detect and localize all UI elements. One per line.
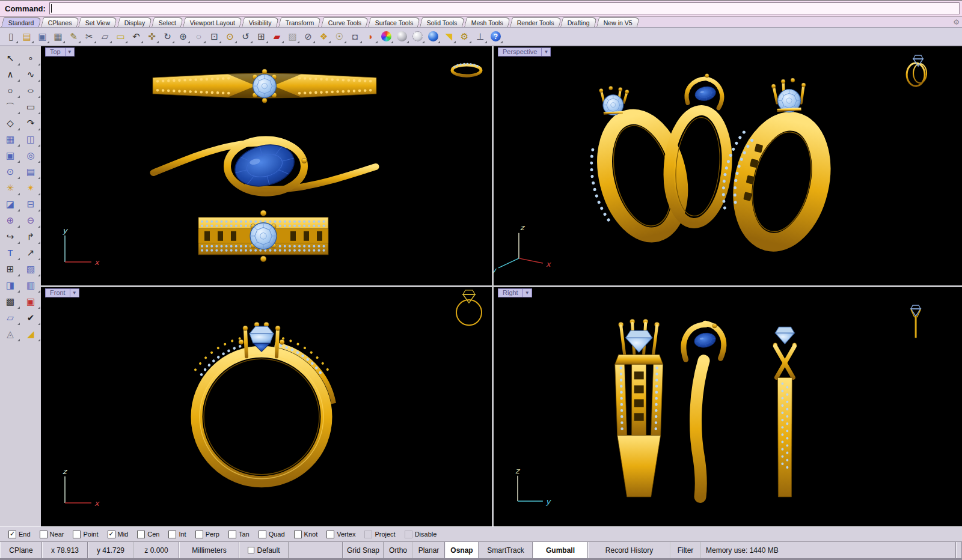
zoom-selected-button[interactable]: ⊙ (222, 29, 237, 44)
viewport-top-canvas[interactable]: y x (41, 46, 492, 285)
check-tool[interactable]: ✔ (20, 309, 41, 326)
selection-filter-button[interactable]: ❖ (316, 29, 331, 44)
tab-surface-tools[interactable]: Surface Tools (368, 17, 420, 27)
tab-options-gear-icon[interactable]: ⚙ (953, 18, 960, 26)
tab-visibility[interactable]: Visibility (242, 17, 279, 27)
rendered-view-button[interactable] (426, 29, 441, 44)
undo-button[interactable]: ↶ (129, 29, 144, 44)
loft-tool[interactable]: ▤ (20, 163, 41, 180)
viewport-perspective-canvas[interactable]: z x y (494, 46, 962, 285)
fillet-corner-tool[interactable]: ↪ (0, 228, 20, 245)
viewport-front-canvas[interactable]: z x (41, 287, 492, 526)
status-record-history[interactable]: Record History (588, 542, 670, 558)
checkbox[interactable] (195, 531, 203, 538)
status-planar[interactable]: Planar (412, 542, 445, 558)
render-flash-button[interactable]: ◥ (441, 29, 456, 44)
circle-tool[interactable]: ○ (0, 82, 20, 99)
ellipse-tool[interactable]: ○ (20, 82, 41, 99)
scale-tool[interactable]: ↗ (20, 245, 41, 261)
viewport-menu-chevron-icon[interactable]: ▼ (542, 47, 551, 56)
status-gumball[interactable]: Gumball (533, 542, 588, 558)
rotate-view-button[interactable]: ↻ (160, 29, 175, 44)
mesh-tool[interactable]: ◬ (0, 326, 20, 342)
split-tool[interactable]: ⊟ (20, 196, 41, 212)
tab-mesh-tools[interactable]: Mesh Tools (464, 17, 510, 27)
tab-new-in-v5[interactable]: New in V5 (596, 17, 640, 27)
osnap-near[interactable]: Near (40, 531, 64, 538)
blend-curve-tool[interactable]: ↷ (20, 115, 41, 131)
cut-button[interactable]: ✂ (82, 29, 97, 44)
color-wheel-button[interactable] (379, 29, 394, 44)
lock-button[interactable]: ◘ (348, 29, 363, 44)
osnap-point[interactable]: Point (73, 531, 98, 538)
ring-tapered-band-top-view[interactable] (153, 69, 376, 103)
hatch-tool[interactable]: ▨ (20, 261, 41, 277)
osnap-mid[interactable]: Mid (108, 531, 129, 538)
viewport-front[interactable]: z x Front ▼ (41, 287, 492, 526)
osnap-perp[interactable]: Perp (195, 531, 219, 538)
status-layer[interactable]: Default (239, 542, 289, 558)
viewport-title-perspective[interactable]: Perspective ▼ (498, 47, 551, 56)
cplane-button[interactable]: ⊘ (301, 29, 316, 44)
mini-ring-object[interactable] (907, 55, 927, 86)
checkbox[interactable] (108, 531, 115, 538)
boolean-difference-tool[interactable]: ⊖ (20, 212, 41, 228)
osnap-end[interactable]: End (8, 531, 31, 538)
material-button[interactable]: ◗ (363, 29, 378, 44)
cage-edit-tool[interactable]: ▦ (0, 131, 20, 147)
viewport-title-top[interactable]: Top ▼ (45, 47, 75, 56)
checkbox[interactable] (405, 531, 412, 538)
viewport-menu-chevron-icon[interactable]: ▼ (523, 288, 532, 297)
osnap-project[interactable]: Project (364, 531, 395, 538)
checkbox[interactable] (326, 531, 334, 538)
ghosted-view-button[interactable] (410, 29, 425, 44)
dimension-button[interactable]: ⊥ (473, 29, 488, 44)
checkbox[interactable] (259, 531, 266, 538)
status-memory[interactable]: Memory use: 1440 MB (700, 542, 956, 558)
osnap-tan[interactable]: Tan (228, 531, 250, 538)
shaded-view-button[interactable] (394, 29, 409, 44)
ring-bypass-oval-top-view[interactable] (153, 139, 376, 192)
array-tool[interactable]: ⊞ (0, 261, 20, 277)
osnap-int[interactable]: Int (168, 531, 186, 538)
options-button[interactable]: ⚙ (457, 29, 472, 44)
tab-render-tools[interactable]: Render Tools (510, 17, 562, 27)
checkbox[interactable] (73, 531, 81, 538)
tab-transform[interactable]: Transform (278, 17, 321, 27)
tab-standard[interactable]: Standard (1, 17, 41, 27)
curve-tool[interactable]: ∿ (20, 66, 41, 82)
sphere-tool[interactable]: ◎ (20, 147, 41, 163)
checkbox[interactable] (364, 531, 372, 538)
new-file-button[interactable]: ▯ (4, 29, 19, 44)
ring-profile-crossover[interactable] (773, 327, 797, 497)
boolean-union-tool[interactable]: ⊕ (0, 212, 20, 228)
copy-button[interactable]: ▱ (97, 29, 112, 44)
checkbox[interactable] (40, 531, 47, 538)
status-ortho[interactable]: Ortho (384, 542, 412, 558)
save-button[interactable]: ▣ (35, 29, 50, 44)
tab-select[interactable]: Select (152, 17, 183, 27)
mini-ring-object[interactable] (911, 305, 921, 338)
tab-cplanes[interactable]: CPlanes (41, 17, 79, 27)
checkbox[interactable] (168, 531, 176, 538)
polyline-tool[interactable]: ∧ (0, 66, 20, 82)
ring-front-view[interactable] (195, 322, 334, 482)
viewport-right-canvas[interactable]: z y (494, 287, 962, 526)
tab-display[interactable]: Display (117, 17, 152, 27)
osnap-cen[interactable]: Cen (137, 531, 159, 538)
ring-profile-bypass[interactable] (684, 323, 724, 497)
viewport-title-right[interactable]: Right ▼ (498, 288, 532, 297)
polygon-tool[interactable]: ◇ (0, 115, 20, 131)
hide-button[interactable]: ▨ (285, 29, 300, 44)
status-osnap[interactable]: Osnap (445, 542, 479, 558)
command-input[interactable] (49, 2, 960, 14)
grid-array-tool[interactable]: ▩ (0, 293, 20, 309)
move-button[interactable]: ▰ (269, 29, 284, 44)
status-smarttrack[interactable]: SmartTrack (479, 542, 533, 558)
solid-edit-tool[interactable]: ◨ (0, 277, 20, 293)
fillet-handle-tool[interactable]: ↱ (20, 228, 41, 245)
rectangle-tool[interactable]: ▭ (20, 99, 41, 115)
osnap-vertex[interactable]: Vertex (326, 531, 355, 538)
patch-tool[interactable]: ◫ (20, 131, 41, 147)
viewport-right[interactable]: z y Right ▼ (494, 287, 962, 526)
